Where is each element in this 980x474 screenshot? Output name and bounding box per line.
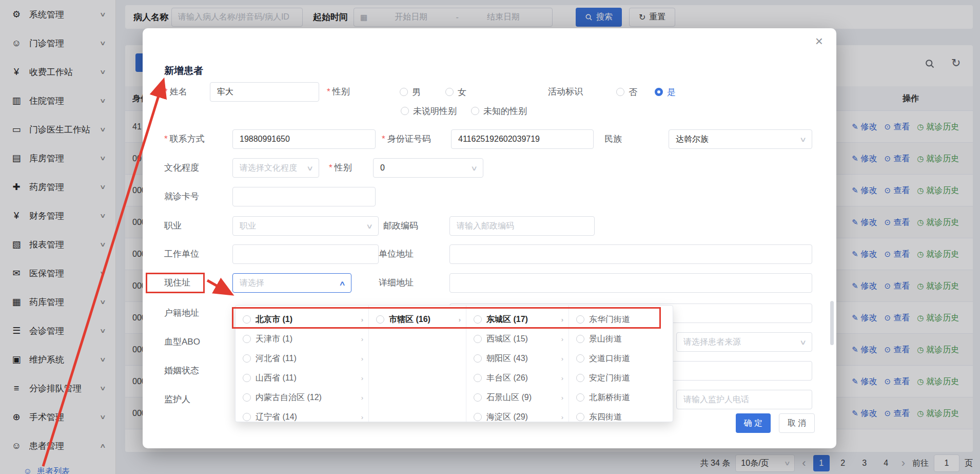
cascader-option-fengtai[interactable]: 丰台区 (26)› [466,368,569,388]
work-unit-label: 工作单位 [164,249,199,260]
radio-icon [474,354,482,363]
household-address-label: 户籍地址 [164,308,199,319]
chevron-right-icon: › [561,413,563,421]
visit-card-input[interactable] [232,187,376,206]
unit-address-input[interactable] [449,244,812,264]
name-label: *姓名 [164,86,187,98]
dialog-title: 新增患者 [164,64,203,78]
required-asterisk: * [327,87,330,97]
ethnicity-label: 民族 [604,134,622,145]
cascader-option-dongcheng[interactable]: 东城区 (17)› [466,310,569,329]
work-unit-input[interactable] [232,244,379,264]
cascader-option-hebei[interactable]: 河北省 (11)› [236,349,368,368]
cascader-option-xicheng[interactable]: 西城区 (15)› [466,329,569,349]
chevron-right-icon: › [361,335,363,343]
postal-label: 邮政编码 [383,220,418,232]
ethnicity-select[interactable]: 达斡尔族∨ [669,129,812,149]
radio-icon [474,335,482,343]
address-cascader-dropdown: 北京市 (1)› 天津市 (1)› 河北省 (11)› 山西省 (11)› 内蒙… [235,305,673,422]
cascader-district-column: 东城区 (17)› 西城区 (15)› 朝阳区 (43)› 丰台区 (26)› … [466,306,569,422]
chevron-down-icon: ∨ [362,222,374,230]
radio-icon [243,335,251,343]
app-screen: ⚙系统管理∨ ☺门诊管理∨ ¥收费工作站∨ ▥住院管理∨ ▭门诊医生工作站∨ ▤… [0,0,980,474]
radio-icon [576,335,584,343]
cascader-option-donghuamen[interactable]: 东华门街道 [569,310,673,329]
close-icon[interactable]: × [815,34,823,48]
guardian-phone-input[interactable]: 请输入监护人电话 [676,390,812,409]
chevron-right-icon: › [561,394,563,402]
gender-radio-male[interactable]: 男 [400,86,421,98]
marital-status-label: 婚姻状态 [164,365,199,376]
cascader-option-haidian[interactable]: 海淀区 (29)› [466,407,569,422]
cascader-street-column: 东华门街道 景山街道 交道口街道 安定门街道 北新桥街道 东四街道 [569,306,673,422]
radio-icon [474,393,482,402]
radio-icon [474,413,482,421]
chevron-right-icon: › [361,394,363,402]
radio-icon [376,315,384,324]
unit-address-label: 单位地址 [379,249,414,260]
gender2-label: *性别 [329,162,352,174]
gender-radio-unknown[interactable]: 未知的性别 [471,105,527,117]
cascader-option-dongsi[interactable]: 东四街道 [569,407,673,422]
required-asterisk: * [164,134,168,144]
chevron-right-icon: › [561,335,563,343]
current-address-label: 现住址 [164,277,190,289]
education-label: 文化程度 [164,162,199,174]
active-radio-yes[interactable]: 是 [655,86,676,98]
gender-radio-female[interactable]: 女 [445,86,466,98]
radio-icon [243,315,251,324]
radio-icon [243,354,251,363]
cascader-option-shanxi[interactable]: 山西省 (11)› [236,368,368,388]
active-radio-no[interactable]: 否 [616,86,637,98]
idcard-input[interactable]: 411625192602039719 [451,129,594,149]
chevron-right-icon: › [361,413,363,421]
radio-icon [474,315,482,324]
cascader-option-shixiaqu[interactable]: 市辖区 (16)› [369,310,466,329]
confirm-button[interactable]: 确 定 [736,413,771,433]
chevron-down-icon: ∨ [466,164,478,172]
radio-icon [576,393,584,402]
occupation-select[interactable]: 职业∨ [232,216,379,236]
required-asterisk: * [164,87,168,97]
required-asterisk: * [382,134,385,144]
radio-icon [576,413,584,421]
cascader-option-jiaodaokou[interactable]: 交道口街道 [569,349,673,368]
radio-icon [243,393,251,402]
add-patient-dialog: 新增患者 × *姓名 牢大 *性别 男 女 活动标识 否 是 未说明性别 未知的… [143,28,836,448]
chevron-down-icon: ∨ [302,164,314,172]
gender2-select[interactable]: 0∨ [373,158,483,178]
radio-selected-icon [655,88,663,96]
name-input[interactable]: 牢大 [210,82,319,102]
gender-radio-unspecified[interactable]: 未说明性别 [401,105,457,117]
cascader-option-jingshan[interactable]: 景山街道 [569,329,673,349]
cascader-city-column: 市辖区 (16)› [369,306,466,422]
radio-icon [471,107,479,115]
contact-input[interactable]: 19880991650 [232,129,376,149]
cascader-option-shijingshan[interactable]: 石景山区 (9)› [466,388,569,407]
cancel-button[interactable]: 取 消 [779,413,815,433]
chevron-right-icon: › [361,316,363,324]
radio-icon [474,374,482,382]
cascader-option-liaoning[interactable]: 辽宁省 (14)› [236,407,368,422]
occupation-label: 职业 [164,220,182,232]
radio-icon [401,107,409,115]
detail-address-input[interactable] [449,273,812,293]
cascader-option-neimenggu[interactable]: 内蒙古自治区 (12)› [236,388,368,407]
chevron-down-icon: ∨ [795,338,807,346]
current-address-select[interactable]: 请选择∧ [232,273,351,293]
postal-input[interactable]: 请输入邮政编码 [449,216,595,236]
patient-source-select[interactable]: 请选择患者来源∨ [676,332,812,352]
cascader-option-chaoyang[interactable]: 朝阳区 (43)› [466,349,569,368]
cascader-option-beijing[interactable]: 北京市 (1)› [236,310,368,329]
cascader-option-tianjin[interactable]: 天津市 (1)› [236,329,368,349]
chevron-up-icon: ∧ [335,279,346,287]
radio-icon [576,354,584,363]
chevron-right-icon: › [361,374,363,382]
radio-icon [576,315,584,324]
dialog-scrollbar[interactable] [830,301,834,345]
radio-icon [243,413,251,421]
education-select[interactable]: 请选择文化程度∨ [232,158,319,178]
chevron-right-icon: › [561,316,563,324]
cascader-option-beixinqiao[interactable]: 北新桥街道 [569,388,673,407]
cascader-option-andingmen[interactable]: 安定门街道 [569,368,673,388]
